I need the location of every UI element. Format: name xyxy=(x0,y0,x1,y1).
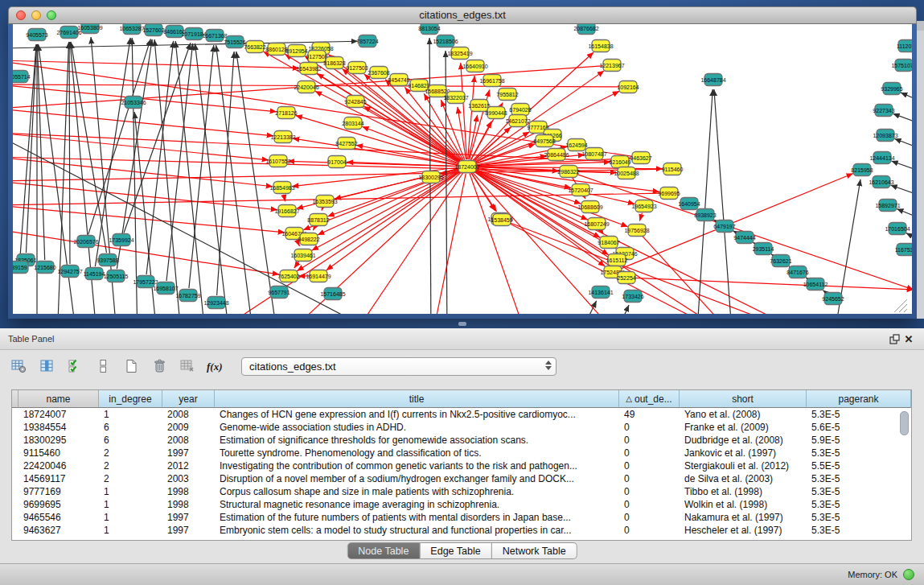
graph-node[interactable]: 8215958 xyxy=(851,164,873,176)
table-cell[interactable]: 5.5E-5 xyxy=(807,459,911,472)
graph-node[interactable]: 9245652 xyxy=(822,293,844,305)
graph-edge[interactable] xyxy=(891,161,912,175)
table-cell[interactable]: 0 xyxy=(619,498,680,511)
graph-node[interactable]: 8186328 xyxy=(323,57,345,69)
table-cell[interactable]: 5.3E-5 xyxy=(807,472,911,485)
graph-edge-selected[interactable] xyxy=(13,181,277,210)
graph-node[interactable]: 12093873 xyxy=(873,130,897,142)
table-cell[interactable]: 9115460 xyxy=(18,447,99,459)
table-cell[interactable]: 1997 xyxy=(162,447,215,459)
table-cell[interactable]: 0 xyxy=(619,459,680,472)
graph-node[interactable]: 7625402 xyxy=(277,270,299,282)
graph-node[interactable]: 7632621 xyxy=(770,255,791,267)
graph-node[interactable]: 15720407 xyxy=(568,184,593,196)
graph-node[interactable]: 20864486 xyxy=(544,149,569,161)
graph-node[interactable]: 8990448 xyxy=(485,107,507,119)
graph-node[interactable]: 1527602 xyxy=(142,24,164,36)
graph-node[interactable]: 17016504 xyxy=(885,223,910,235)
window-resize-grip-icon[interactable] xyxy=(899,304,907,312)
table-cell[interactable]: Changes of HCN gene expression and I(f) … xyxy=(215,408,619,421)
table-row[interactable]: 911546021997Tourette syndrome. Phenomeno… xyxy=(12,447,911,459)
table-cell[interactable]: 9463627 xyxy=(18,524,99,537)
graph-edge-selected[interactable] xyxy=(294,261,299,268)
graph-edge[interactable] xyxy=(901,93,912,105)
table-cell[interactable]: 5.3E-5 xyxy=(807,447,911,459)
table-row[interactable]: 977716911998Corpus callosum shape and si… xyxy=(12,485,911,498)
graph-edge-selected[interactable] xyxy=(508,222,817,314)
graph-node[interactable]: 9115460 xyxy=(662,163,684,175)
graph-node[interactable]: 19756928 xyxy=(624,225,649,237)
graph-node[interactable]: 20206576 xyxy=(73,236,98,248)
table-cell[interactable]: 5.3E-5 xyxy=(807,498,911,511)
window-titlebar[interactable]: citations_edges.txt xyxy=(8,6,917,24)
table-row[interactable]: 2242004622012Investigating the contribut… xyxy=(12,459,911,472)
graph-node[interactable]: 1167533 xyxy=(895,244,912,256)
table-cell[interactable]: 2008 xyxy=(162,434,215,447)
graph-edge-selected[interactable] xyxy=(322,208,322,211)
graph-node[interactable]: 17359924 xyxy=(109,234,133,246)
graph-edge[interactable] xyxy=(88,39,151,234)
graph-node[interactable]: 12923448 xyxy=(203,297,228,309)
graph-node[interactable]: 8878312 xyxy=(307,214,329,226)
graph-node[interactable]: 12444134 xyxy=(869,152,894,164)
table-cell[interactable]: 0 xyxy=(619,421,680,434)
graph-edge-selected[interactable] xyxy=(13,109,273,136)
graph-node[interactable]: 10653287 xyxy=(119,24,144,35)
table-row[interactable]: 1872400712008Changes of HCN gene express… xyxy=(12,408,911,421)
graph-node[interactable]: 8938923 xyxy=(694,209,716,221)
graph-node[interactable]: 10025488 xyxy=(614,167,639,179)
graph-node[interactable]: 6794028 xyxy=(509,104,531,116)
graph-node[interactable]: 19654923 xyxy=(631,200,656,212)
table-cell[interactable]: 9777169 xyxy=(18,485,99,498)
graph-edge-selected[interactable] xyxy=(13,205,285,233)
table-cell[interactable]: Hescheler et al. (1997) xyxy=(680,524,807,537)
minimize-window-button[interactable] xyxy=(31,10,41,20)
graph-node[interactable]: 16914479 xyxy=(306,270,331,282)
table-cell[interactable]: Embryonic stem cells: a model to study s… xyxy=(215,524,619,537)
graph-node[interactable]: 917004 xyxy=(327,156,346,168)
table-cell[interactable]: Yano et al. (2008) xyxy=(680,408,807,421)
graph-node[interactable]: 1640954 xyxy=(678,198,700,210)
table-cell[interactable]: 1 xyxy=(99,524,162,537)
graph-edge[interactable] xyxy=(189,45,214,288)
graph-node[interactable]: 21053346 xyxy=(121,97,146,109)
table-cell[interactable]: 9699695 xyxy=(18,498,99,511)
table-settings-button[interactable] xyxy=(8,355,29,377)
graph-edge[interactable] xyxy=(897,208,912,222)
table-cell[interactable]: 5.9E-5 xyxy=(807,434,911,447)
tab-edge-table[interactable]: Edge Table xyxy=(420,542,491,559)
graph-node[interactable]: 252254 xyxy=(617,272,635,284)
table-row[interactable]: 946554611997Estimation of the future num… xyxy=(12,511,911,524)
graph-node[interactable]: 12213967 xyxy=(599,60,624,72)
graph-node[interactable]: 1624594 xyxy=(565,139,587,151)
graph-node[interactable]: 2935114 xyxy=(753,243,774,255)
graph-node[interactable]: 1615112 xyxy=(606,254,628,266)
graph-node[interactable]: 16353593 xyxy=(312,196,337,208)
graph-node[interactable]: 9184067 xyxy=(598,237,619,249)
graph-node[interactable]: 9498222 xyxy=(298,233,319,245)
table-cell[interactable]: 18300295 xyxy=(18,434,99,447)
graph-edge[interactable] xyxy=(894,138,912,152)
graph-node[interactable]: 16958107 xyxy=(153,282,178,295)
table-cell[interactable]: 1997 xyxy=(162,524,215,537)
table-chooser-dropdown[interactable]: citations_edges.txt xyxy=(241,357,556,376)
graph-node[interactable]: 12213383 xyxy=(270,131,295,143)
graph-edge[interactable] xyxy=(132,38,138,314)
table-cell[interactable]: Dudbridge et al. (2008) xyxy=(680,434,807,447)
graph-node[interactable]: 15716485 xyxy=(320,288,345,300)
column-header-year[interactable]: year xyxy=(162,390,215,408)
table-cell[interactable]: 0 xyxy=(619,434,680,447)
graph-node[interactable]: 8912954 xyxy=(285,45,307,57)
graph-node[interactable]: 8427552 xyxy=(335,138,357,150)
graph-node[interactable]: 2803144 xyxy=(342,117,363,130)
graph-edge-selected[interactable] xyxy=(639,213,642,221)
table-cell[interactable]: 6 xyxy=(99,421,162,434)
graph-node[interactable]: 10688609 xyxy=(577,201,602,213)
graph-node[interactable]: 18724007 xyxy=(454,161,479,173)
table-cell[interactable]: Corpus callosum shape and size in male p… xyxy=(215,485,619,498)
table-cell[interactable]: Tibbo et al. (1998) xyxy=(680,485,807,498)
graph-node[interactable]: 8860128 xyxy=(265,43,287,56)
column-header-in-degree[interactable]: in_degree xyxy=(99,390,162,408)
zoom-window-button[interactable] xyxy=(47,10,56,20)
background-window-edge[interactable] xyxy=(917,21,924,319)
